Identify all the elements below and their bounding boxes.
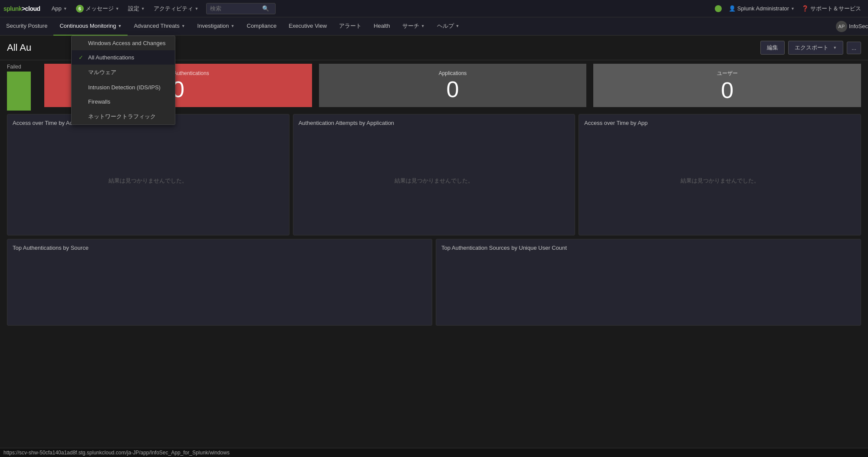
admin-user-icon: 👤 (729, 5, 736, 12)
top-auth-unique-title: Top Authentication Sources by Unique Use… (441, 245, 855, 251)
panel-top-auth-source: Top Authentications by Source (7, 239, 432, 326)
nav-alerts[interactable]: アラート (333, 17, 368, 36)
help-chevron-icon: ▼ (456, 24, 460, 28)
users-value: 0 (721, 79, 733, 101)
top-navigation: splunk >cloud App ▼ 6 メッセージ ▼ 設定 ▼ アクティビ… (0, 0, 868, 17)
search-box[interactable]: 🔍 (206, 3, 276, 14)
nav-investigation[interactable]: Investigation ▼ (191, 17, 241, 36)
splunk-logo-text: splunk (3, 5, 22, 12)
messages-chevron-icon: ▼ (115, 7, 119, 11)
nav-app[interactable]: App ▼ (47, 0, 72, 17)
more-button[interactable]: ... (847, 42, 861, 54)
failed-section: Failed (7, 64, 37, 111)
avatar[interactable]: AP (836, 21, 847, 32)
nav-messages[interactable]: 6 メッセージ ▼ (72, 0, 124, 17)
question-icon: ❓ (802, 5, 809, 12)
infosec-label: InfoSec (849, 23, 868, 29)
checkmark-icon: ✓ (79, 54, 85, 61)
top-auth-source-title: Top Authentications by Source (13, 245, 427, 251)
nav-continuous-monitoring[interactable]: Continuous Monitoring ▼ (53, 17, 128, 36)
export-button[interactable]: エクスポート ▼ (788, 41, 843, 55)
status-indicator (715, 5, 722, 12)
search-input[interactable] (210, 5, 262, 12)
messages-badge: 6 (76, 5, 84, 13)
chart-auth-by-app: Authentication Attempts by Application 結… (293, 114, 575, 235)
support-menu[interactable]: ❓ サポート＆サービス (798, 0, 865, 17)
nav-help[interactable]: ヘルプ ▼ (431, 17, 466, 36)
nav-security-posture[interactable]: Security Posture (0, 17, 53, 36)
advanced-threats-chevron-icon: ▼ (181, 24, 185, 28)
edit-button[interactable]: 編集 (760, 41, 785, 55)
failed-label: Failed (7, 64, 37, 70)
panel-top-auth-unique: Top Authentication Sources by Unique Use… (436, 239, 861, 326)
splunk-cloud-text: >cloud (22, 5, 40, 12)
nav-search[interactable]: サーチ ▼ (396, 17, 431, 36)
header-actions: 編集 エクスポート ▼ ... (760, 41, 861, 55)
search-icon: 🔍 (262, 5, 269, 12)
nav-compliance[interactable]: Compliance (241, 17, 283, 36)
applications-label: Applications (439, 70, 467, 76)
access-by-action-empty: 結果は見つかりませんでした。 (13, 131, 284, 230)
dropdown-item-network-traffic[interactable]: ネットワークトラフィック (72, 109, 175, 124)
settings-chevron-icon: ▼ (141, 7, 145, 11)
status-bar: https://scv-shw-50cfa140a1ad8f.stg.splun… (0, 448, 868, 457)
bottom-panels-row: Top Authentications by Source Top Authen… (7, 239, 861, 326)
access-by-app-empty: 結果は見つかりませんでした。 (584, 131, 855, 230)
dropdown-item-all-auth[interactable]: ✓ All Authentications (72, 50, 175, 65)
nav-settings[interactable]: 設定 ▼ (124, 0, 149, 17)
search-chevron-icon: ▼ (421, 24, 425, 28)
status-url: https://scv-shw-50cfa140a1ad8f.stg.splun… (3, 450, 230, 456)
stat-applications: Applications 0 (319, 64, 587, 107)
nav-right-section: AP InfoSec (836, 21, 868, 32)
splunk-logo[interactable]: splunk >cloud (3, 5, 40, 12)
nav-advanced-threats[interactable]: Advanced Threats ▼ (128, 17, 191, 36)
dropdown-item-firewalls[interactable]: Firewalls (72, 95, 175, 109)
stat-users: ユーザー 0 (593, 64, 861, 107)
nav-health[interactable]: Health (368, 17, 396, 36)
chart-access-by-action: Access over Time by Action 結果は見つかりませんでした… (7, 114, 289, 235)
investigation-chevron-icon: ▼ (231, 24, 235, 28)
charts-row: Access over Time by Action 結果は見つかりませんでした… (7, 114, 861, 235)
dropdown-item-malware[interactable]: マルウェア (72, 65, 175, 80)
dropdown-item-windows-access[interactable]: Windows Access and Changes (72, 36, 175, 50)
activity-chevron-icon: ▼ (195, 7, 199, 11)
export-chevron-icon: ▼ (833, 46, 837, 50)
nav-executive-view[interactable]: Executive View (283, 17, 333, 36)
admin-chevron-icon: ▼ (791, 7, 795, 11)
nav-right: 👤 Splunk Administrator ▼ ❓ サポート＆サービス (715, 0, 865, 17)
users-label: ユーザー (717, 70, 738, 77)
applications-value: 0 (447, 78, 459, 101)
continuous-monitoring-chevron-icon: ▼ (118, 24, 122, 28)
dropdown-item-ids-ips[interactable]: Intrusion Detection (IDS/IPS) (72, 80, 175, 95)
admin-menu[interactable]: 👤 Splunk Administrator ▼ (725, 0, 798, 17)
access-by-app-title: Access over Time by App (584, 120, 855, 126)
second-navigation: Security Posture Continuous Monitoring ▼… (0, 17, 868, 36)
auth-by-app-title: Authentication Attempts by Application (299, 120, 570, 126)
auth-by-app-empty: 結果は見つかりませんでした。 (299, 131, 570, 230)
nav-activity[interactable]: アクティビティ ▼ (149, 0, 203, 17)
chart-access-by-app: Access over Time by App 結果は見つかりませんでした。 (579, 114, 861, 235)
failed-bar (7, 72, 31, 111)
continuous-monitoring-dropdown: Windows Access and Changes ✓ All Authent… (71, 36, 175, 125)
app-chevron-icon: ▼ (63, 7, 67, 11)
